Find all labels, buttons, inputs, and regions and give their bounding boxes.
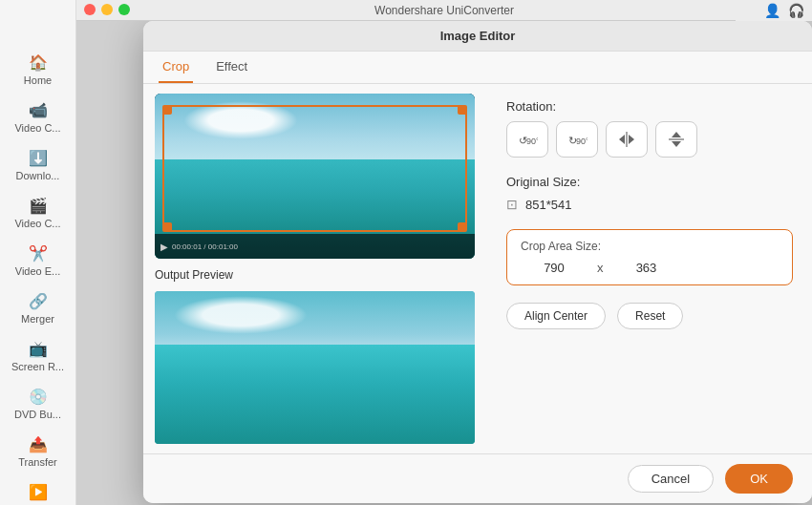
screen-icon: 📺: [29, 340, 48, 358]
svg-text:90°: 90°: [576, 137, 588, 146]
output-clouds: [174, 296, 308, 334]
time-display: 00:00:01 / 00:01:00: [172, 242, 238, 251]
crop-height-input[interactable]: [613, 261, 680, 275]
original-size-section: Original Size: ⊡ 851*541: [506, 175, 793, 212]
sidebar-item-merger[interactable]: 🔗 Merger: [5, 286, 72, 330]
top-bar: 👤 🎧: [736, 0, 812, 21]
transfer-icon: 📤: [29, 435, 48, 453]
window-title: Wondershare UniConverter: [374, 4, 514, 17]
close-button[interactable]: [84, 4, 96, 15]
sidebar-item-label: Merger: [21, 313, 54, 325]
dialog-footer: Cancel OK: [143, 453, 812, 503]
dialog-tabs: Crop Effect: [143, 52, 812, 84]
maximize-button[interactable]: [118, 4, 130, 15]
sidebar-item-videoe[interactable]: ✂️ Video E...: [5, 239, 72, 283]
crop-area-label: Crop Area Size:: [521, 240, 779, 253]
sidebar-item-label: Transfer: [18, 456, 57, 468]
sidebar-item-label: DVD Bu...: [14, 409, 61, 420]
home-icon: 🏠: [29, 53, 48, 72]
user-icon[interactable]: 👤: [764, 3, 780, 18]
crop-width-input[interactable]: [521, 261, 588, 275]
tab-crop[interactable]: Crop: [159, 52, 193, 83]
sidebar-item-home[interactable]: 🏠 Home: [5, 48, 72, 92]
dvd-icon: 💿: [29, 388, 48, 406]
svg-marker-6: [629, 135, 634, 144]
left-panel: ▶ 00:00:01 / 00:01:00 Output Preview: [143, 84, 487, 453]
rotate-left-button[interactable]: ↺ 90°: [506, 121, 548, 158]
video-preview: ▶ 00:00:01 / 00:01:00: [155, 94, 475, 259]
dialog-title: Image Editor: [143, 21, 812, 52]
rotate-right-button[interactable]: ↻ 90°: [556, 121, 598, 158]
videoc2-icon: 🎬: [29, 197, 48, 215]
minimize-button[interactable]: [101, 4, 113, 15]
action-buttons: Align Center Reset: [506, 303, 793, 329]
svg-marker-9: [672, 141, 681, 147]
original-size-label: Original Size:: [506, 175, 793, 189]
sidebar-item-transfer[interactable]: 📤 Transfer: [5, 430, 72, 473]
svg-marker-8: [672, 132, 681, 137]
sidebar-item-label: Video C...: [14, 218, 60, 229]
title-bar: Wondershare UniConverter 👤 🎧: [76, 0, 812, 21]
svg-text:90°: 90°: [526, 137, 538, 146]
sidebar-item-label: Downlo...: [16, 170, 60, 181]
sidebar-item-screen[interactable]: 📺 Screen R...: [5, 334, 72, 378]
flip-horizontal-button[interactable]: [606, 121, 648, 158]
sidebar-item-download[interactable]: ⬇️ Downlo...: [5, 143, 72, 187]
sidebar-item-dvd[interactable]: 💿 DVD Bu...: [5, 382, 72, 426]
main-area: Wondershare UniConverter 👤 🎧 Image Edito…: [76, 0, 812, 505]
sidebar-item-videoc1[interactable]: 📹 Video C...: [5, 95, 72, 139]
size-row: ⊡ 851*541: [506, 197, 793, 212]
player-icon: ▶️: [29, 483, 48, 501]
crop-area-section: Crop Area Size: x: [506, 229, 793, 285]
sidebar-item-player[interactable]: ▶️ Player: [5, 477, 72, 505]
sidebar-item-label: Screen R...: [11, 361, 64, 372]
clouds: [183, 101, 298, 139]
reset-button[interactable]: Reset: [617, 303, 683, 329]
cancel-button[interactable]: Cancel: [628, 465, 714, 493]
rotation-buttons: ↺ 90° ↻ 90°: [506, 121, 793, 158]
image-editor-dialog: Image Editor Crop Effect: [143, 21, 812, 503]
flip-vertical-button[interactable]: [655, 121, 697, 158]
output-preview: [155, 291, 475, 444]
tab-effect[interactable]: Effect: [212, 52, 251, 83]
original-size-value: 851*541: [525, 198, 571, 212]
sidebar: 🏠 Home 📹 Video C... ⬇️ Downlo... 🎬 Video…: [0, 0, 76, 505]
rotation-section: Rotation: ↺ 90° ↻ 90°: [506, 99, 793, 158]
videoc1-icon: 📹: [29, 101, 48, 119]
merger-icon: 🔗: [29, 292, 48, 310]
output-water: [155, 345, 475, 444]
video-controls: ▶ 00:00:01 / 00:01:00: [155, 234, 475, 259]
sidebar-item-label: Home: [24, 74, 52, 86]
crop-inputs: x: [521, 261, 779, 275]
sidebar-item-label: Video E...: [15, 265, 61, 277]
right-panel: Rotation: ↺ 90° ↻ 90°: [487, 84, 812, 453]
output-canvas: [155, 291, 475, 444]
sidebar-item-videoc2[interactable]: 🎬 Video C...: [5, 191, 72, 235]
crop-separator: x: [597, 261, 604, 275]
dialog-content: ▶ 00:00:01 / 00:01:00 Output Preview: [143, 84, 812, 453]
headset-icon[interactable]: 🎧: [788, 3, 804, 18]
sidebar-item-label: Video C...: [14, 122, 60, 134]
align-center-button[interactable]: Align Center: [506, 303, 606, 329]
output-preview-label: Output Preview: [155, 268, 476, 282]
play-button[interactable]: ▶: [160, 242, 168, 252]
svg-marker-5: [619, 135, 625, 144]
videoe-icon: ✂️: [29, 244, 48, 263]
rotation-label: Rotation:: [506, 99, 793, 114]
ok-button[interactable]: OK: [725, 464, 793, 494]
download-icon: ⬇️: [29, 149, 48, 167]
window-controls: [84, 4, 130, 15]
size-icon: ⊡: [506, 197, 518, 212]
